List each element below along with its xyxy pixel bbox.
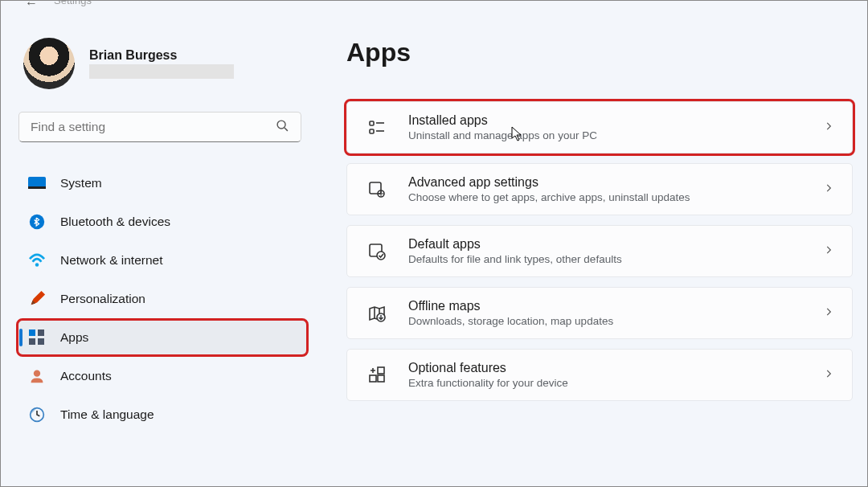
card-title: Default apps <box>408 237 802 252</box>
svg-rect-21 <box>370 375 376 382</box>
search-input[interactable] <box>31 120 276 134</box>
card-installed-apps[interactable]: Installed apps Uninstall and manage apps… <box>346 101 853 153</box>
default-apps-icon <box>366 241 387 262</box>
settings-cards: Installed apps Uninstall and manage apps… <box>346 101 853 401</box>
card-optional-features[interactable]: Optional features Extra functionality fo… <box>346 349 853 401</box>
svg-point-19 <box>377 252 385 260</box>
accounts-icon <box>28 367 46 385</box>
search-icon <box>276 119 289 136</box>
search-input-wrapper[interactable] <box>18 112 301 142</box>
installed-apps-icon <box>366 117 387 138</box>
svg-rect-13 <box>370 129 374 133</box>
optional-features-icon <box>366 365 387 386</box>
card-offline-maps[interactable]: Offline maps Downloads, storage location… <box>346 287 853 339</box>
card-title: Installed apps <box>408 113 802 128</box>
card-title: Offline maps <box>408 299 802 313</box>
sidebar-item-accounts[interactable]: Accounts <box>18 359 306 393</box>
card-sub: Extra functionality for your device <box>408 377 802 389</box>
profile-block[interactable]: Brian Burgess <box>18 38 306 89</box>
sidebar-item-label: Apps <box>60 330 88 345</box>
avatar <box>23 38 75 89</box>
sidebar-item-label: Time & language <box>60 407 154 422</box>
svg-rect-7 <box>38 329 44 336</box>
chevron-right-icon <box>823 182 834 197</box>
sidebar-item-network[interactable]: Network & internet <box>18 244 306 277</box>
svg-rect-6 <box>29 329 35 336</box>
sidebar-nav: System Bluetooth & devices Network & int… <box>18 166 306 432</box>
system-icon <box>28 174 46 192</box>
sidebar-item-time[interactable]: Time & language <box>18 398 306 432</box>
svg-point-5 <box>35 263 39 267</box>
profile-email-placeholder <box>89 64 234 79</box>
card-sub: Downloads, storage location, map updates <box>408 315 802 327</box>
card-default-apps[interactable]: Default apps Defaults for file and link … <box>346 225 853 277</box>
svg-point-0 <box>277 121 285 129</box>
svg-rect-16 <box>370 182 381 194</box>
sidebar-item-bluetooth[interactable]: Bluetooth & devices <box>18 205 306 239</box>
card-sub: Uninstall and manage apps on your PC <box>408 129 802 141</box>
svg-rect-9 <box>38 338 44 345</box>
sidebar-item-label: Network & internet <box>60 253 163 268</box>
personalization-icon <box>28 290 46 308</box>
chevron-right-icon <box>823 121 834 135</box>
sidebar-item-apps[interactable]: Apps <box>18 321 306 354</box>
svg-rect-8 <box>29 338 35 345</box>
profile-name: Brian Burgess <box>89 48 234 63</box>
offline-maps-icon <box>366 303 387 324</box>
card-title: Optional features <box>408 361 802 375</box>
card-title: Advanced app settings <box>408 175 802 190</box>
chevron-right-icon <box>823 368 834 383</box>
main-content: Apps Installed apps Uninstall and manage… <box>314 6 867 486</box>
sidebar-item-label: System <box>60 176 102 190</box>
time-icon <box>28 406 46 424</box>
card-sub: Defaults for file and link types, other … <box>408 253 802 265</box>
sidebar-item-label: Personalization <box>60 292 145 306</box>
bluetooth-icon <box>28 213 46 231</box>
breadcrumb: Settings <box>54 0 92 6</box>
svg-rect-3 <box>28 186 46 189</box>
sidebar-item-system[interactable]: System <box>18 166 306 200</box>
svg-rect-23 <box>378 367 384 374</box>
chevron-right-icon <box>823 244 834 259</box>
sidebar: Brian Burgess System Bluetooth & dev <box>1 6 314 486</box>
chevron-right-icon <box>823 306 834 321</box>
svg-line-1 <box>285 127 288 130</box>
apps-icon <box>28 329 46 346</box>
svg-rect-22 <box>378 375 384 382</box>
sidebar-item-label: Bluetooth & devices <box>60 215 170 229</box>
sidebar-item-label: Accounts <box>60 369 112 383</box>
network-icon <box>28 252 46 269</box>
svg-point-10 <box>34 370 40 377</box>
page-title: Apps <box>346 38 853 68</box>
sidebar-item-personalization[interactable]: Personalization <box>18 282 306 316</box>
card-advanced-app-settings[interactable]: Advanced app settings Choose where to ge… <box>346 163 853 215</box>
svg-rect-2 <box>28 177 46 188</box>
card-sub: Choose where to get apps, archive apps, … <box>408 191 802 203</box>
advanced-app-icon <box>366 179 387 200</box>
svg-rect-12 <box>370 121 374 125</box>
